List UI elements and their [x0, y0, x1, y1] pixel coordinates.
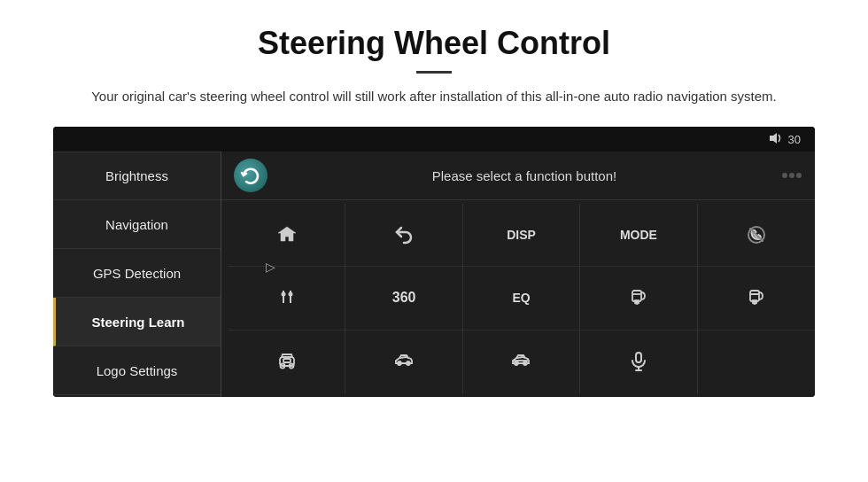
right-panel: Please select a function button!	[221, 152, 815, 397]
refresh-button[interactable]	[234, 159, 267, 192]
grid-btn-back[interactable]	[345, 204, 462, 267]
grid-btn-disp[interactable]: DISP	[463, 204, 580, 267]
svg-point-4	[289, 293, 291, 296]
eq-label: EQ	[512, 291, 530, 305]
main-content: Brightness Navigation GPS Detection Stee…	[53, 152, 815, 397]
grid-btn-car-drink[interactable]	[580, 267, 697, 330]
sidebar: Brightness Navigation GPS Detection Stee…	[53, 152, 221, 397]
svg-rect-26	[636, 353, 641, 362]
status-bar: 30	[53, 127, 815, 152]
page-title: Steering Wheel Control	[35, 25, 833, 62]
device-screen: 30 Brightness Navigation GPS Detection S…	[53, 127, 815, 397]
grid-btn-no-call[interactable]	[698, 204, 815, 267]
sidebar-item-gps-detection[interactable]: GPS Detection	[53, 249, 221, 298]
sidebar-item-brightness[interactable]: Brightness	[53, 152, 221, 200]
grid-btn-360[interactable]: 360	[345, 267, 462, 330]
grid-spacer	[221, 204, 229, 393]
grid-btn-eq[interactable]: EQ	[463, 267, 580, 330]
sidebar-item-navigation-label: Navigation	[105, 217, 168, 232]
grid-btn-eq-knobs[interactable]	[229, 267, 345, 330]
grid-btn-car-outline[interactable]	[463, 330, 580, 393]
title-divider	[416, 71, 452, 74]
function-prompt: Please select a function button!	[280, 168, 769, 183]
volume-value: 30	[788, 133, 801, 146]
grid-btn-car-front[interactable]	[229, 330, 345, 393]
grid-btn-mic[interactable]	[580, 330, 697, 393]
sidebar-item-brightness-label: Brightness	[105, 168, 168, 183]
page-subtitle: Your original car's steering wheel contr…	[35, 86, 833, 107]
grid-btn-empty	[698, 330, 815, 393]
sidebar-item-navigation[interactable]: Navigation	[53, 200, 221, 249]
top-dots	[781, 167, 802, 183]
disp-label: DISP	[507, 228, 536, 242]
grid-btn-car-drink2[interactable]	[698, 267, 815, 330]
page-wrapper: Steering Wheel Control Your original car…	[0, 0, 868, 415]
sidebar-item-logo-settings[interactable]: Logo Settings	[53, 346, 221, 395]
mode-label: MODE	[620, 228, 657, 242]
svg-point-3	[282, 293, 284, 296]
button-grid: DISP MODE	[221, 200, 815, 397]
grid-btn-home[interactable]	[229, 204, 345, 267]
top-row: Please select a function button!	[221, 152, 815, 200]
grid-btn-mode[interactable]: MODE	[580, 204, 697, 267]
sidebar-item-gps-label: GPS Detection	[93, 266, 181, 281]
svg-marker-0	[770, 133, 777, 144]
svg-rect-20	[283, 359, 291, 362]
sidebar-item-steering-label: Steering Learn	[91, 315, 184, 330]
volume-icon	[769, 132, 783, 147]
360-label: 360	[392, 290, 416, 306]
grid-btn-car-side[interactable]	[345, 330, 462, 393]
sidebar-item-steering-learn[interactable]: Steering Learn	[53, 298, 221, 346]
sidebar-item-logo-label: Logo Settings	[97, 363, 178, 378]
